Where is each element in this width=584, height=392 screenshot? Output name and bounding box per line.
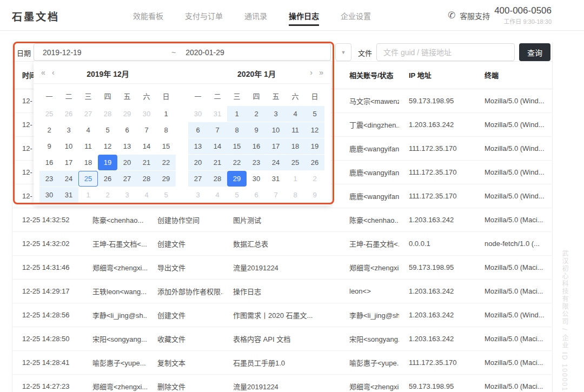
calendar-day-3[interactable]: 3 [117,187,137,203]
calendar-day-21[interactable]: 21 [137,155,156,170]
calendar-day-4[interactable]: 4 [137,187,156,203]
calendar-day-26[interactable]: 26 [305,155,324,170]
calendar-day-2[interactable]: 2 [305,171,324,187]
calendar-day-27[interactable]: 27 [78,106,98,122]
calendar-day-23[interactable]: 23 [247,155,266,170]
calendar-day-26[interactable]: 26 [59,106,78,122]
nav-item-enterprise-settings[interactable]: 企业设置 [341,0,371,31]
calendar-day-12[interactable]: 12 [305,122,324,138]
calendar-day-13[interactable]: 13 [117,138,137,154]
calendar-day-8[interactable]: 8 [156,122,176,138]
calendar-day-25[interactable]: 25 [286,155,305,170]
calendar-day-5[interactable]: 5 [98,122,117,138]
calendar-day-8[interactable]: 8 [227,122,247,138]
calendar-day-1[interactable]: 1 [156,106,176,122]
weekday-label: 三 [227,88,247,105]
nav-item-dashboard[interactable]: 效能看板 [133,0,163,31]
customer-support: ✆ 客服支持 400-006-0506 工作日 9:30-18:30 [448,5,552,25]
calendar-day-30[interactable]: 30 [39,187,59,203]
calendar-day-4[interactable]: 4 [208,187,227,203]
calendar-day-20[interactable]: 20 [188,155,208,170]
calendar-day-2[interactable]: 2 [39,122,59,138]
next-year-icon[interactable]: » [319,68,323,77]
operation-type-select[interactable]: ▼ [335,43,351,61]
calendar-day-10[interactable]: 10 [59,138,78,154]
calendar-day-16[interactable]: 16 [39,155,59,170]
query-button[interactable]: 查询 [519,43,550,61]
calendar-day-31[interactable]: 31 [59,187,78,203]
nav-item-payments[interactable]: 支付与订单 [185,0,223,31]
cell-terminal: Mozilla/5.0 (Wind... [475,168,552,176]
date-range-input[interactable]: 2019-12-19 ~ 2020-01-29 [34,43,331,61]
calendar-day-28[interactable]: 28 [98,106,117,122]
calendar-day-31[interactable]: 31 [208,106,227,122]
next-month-icon[interactable]: › [310,68,313,77]
calendar-day-7[interactable]: 7 [137,122,156,138]
calendar-day-2[interactable]: 2 [98,187,117,203]
calendar-day-5[interactable]: 5 [227,187,247,203]
calendar-day-1[interactable]: 1 [227,106,247,122]
calendar-day-22[interactable]: 22 [156,155,176,170]
calendar-day-29[interactable]: 29 [156,171,176,187]
calendar-day-28[interactable]: 28 [208,171,227,187]
calendar-day-3[interactable]: 3 [59,122,78,138]
calendar-day-26[interactable]: 26 [98,171,117,187]
calendar-day-15[interactable]: 15 [227,138,247,154]
calendar-day-9[interactable]: 9 [305,187,324,203]
calendar-day-28[interactable]: 28 [137,171,156,187]
calendar-day-25[interactable]: 25 [39,106,59,122]
calendar-day-1[interactable]: 1 [78,187,98,203]
calendar-day-27[interactable]: 27 [188,171,208,187]
calendar-day-14[interactable]: 14 [137,138,156,154]
calendar-day-3[interactable]: 3 [266,106,286,122]
calendar-day-17[interactable]: 17 [59,155,78,170]
calendar-day-3[interactable]: 3 [188,187,208,203]
calendar-day-29[interactable]: 29 [117,106,137,122]
calendar-day-19[interactable]: 19 [305,138,324,154]
cell-terminal: Mozilla/5.0 (Maci... [475,335,552,343]
calendar-day-13[interactable]: 13 [188,138,208,154]
calendar-day-5[interactable]: 5 [156,187,176,203]
calendar-day-10[interactable]: 10 [266,122,286,138]
weekday-label: 三 [78,88,98,105]
calendar-day-2[interactable]: 2 [247,106,266,122]
calendar-day-6[interactable]: 6 [117,122,137,138]
calendar-day-19[interactable]: 19 [98,155,117,170]
calendar-day-7[interactable]: 7 [208,122,227,138]
calendar-day-31[interactable]: 31 [266,171,286,187]
calendar-day-22[interactable]: 22 [227,155,247,170]
calendar-day-30[interactable]: 30 [247,171,266,187]
calendar-day-1[interactable]: 1 [286,171,305,187]
calendar-day-11[interactable]: 11 [286,122,305,138]
calendar-day-7[interactable]: 7 [266,187,286,203]
calendar-day-4[interactable]: 4 [78,122,98,138]
calendar-day-30[interactable]: 30 [188,106,208,122]
calendar-day-27[interactable]: 27 [117,171,137,187]
calendar-day-30[interactable]: 30 [137,106,156,122]
calendar-day-18[interactable]: 18 [78,155,98,170]
calendar-day-14[interactable]: 14 [208,138,227,154]
calendar-day-6[interactable]: 6 [188,122,208,138]
calendar-day-15[interactable]: 15 [156,138,176,154]
calendar-day-9[interactable]: 9 [247,122,266,138]
calendar-day-9[interactable]: 9 [39,138,59,154]
calendar-day-18[interactable]: 18 [286,138,305,154]
calendar-day-4[interactable]: 4 [286,106,305,122]
calendar-day-29[interactable]: 29 [227,171,247,187]
calendar-day-24[interactable]: 24 [266,155,286,170]
calendar-day-16[interactable]: 16 [247,138,266,154]
calendar-day-20[interactable]: 20 [117,155,137,170]
calendar-day-5[interactable]: 5 [305,106,324,122]
calendar-day-12[interactable]: 12 [98,138,117,154]
calendar-day-25[interactable]: 25 [78,171,98,187]
calendar-day-21[interactable]: 21 [208,155,227,170]
calendar-day-17[interactable]: 17 [266,138,286,154]
calendar-day-11[interactable]: 11 [78,138,98,154]
calendar-day-6[interactable]: 6 [247,187,266,203]
file-guid-input[interactable] [376,43,515,61]
nav-item-operation-logs[interactable]: 操作日志 [289,0,319,31]
calendar-day-8[interactable]: 8 [286,187,305,203]
nav-item-contacts[interactable]: 通讯录 [244,0,267,31]
calendar-day-23[interactable]: 23 [39,171,59,187]
calendar-day-24[interactable]: 24 [59,171,78,187]
